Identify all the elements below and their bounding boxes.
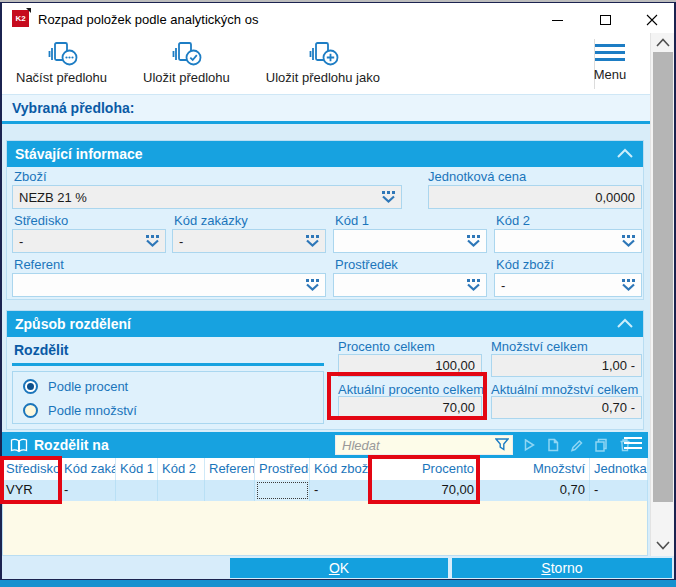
save-template-button[interactable]: Uložit předlohu xyxy=(137,38,236,87)
col-kod-zakazky[interactable]: Kód zakázky xyxy=(60,458,116,480)
selected-template-label: Vybraná předloha: xyxy=(12,100,134,116)
zbozi-field[interactable]: NEZB 21 % xyxy=(12,185,402,209)
empty-grid-area xyxy=(2,501,648,556)
dropdown-icon[interactable] xyxy=(306,235,319,247)
k2-logo-text: K2 xyxy=(15,14,25,23)
rozdelit-label: Rozdělit xyxy=(14,342,68,358)
template-load-icon xyxy=(45,40,79,67)
col-kod1[interactable]: Kód 1 xyxy=(116,458,158,480)
cell-prostredek-focused[interactable] xyxy=(255,480,310,501)
grid-actions xyxy=(522,438,632,452)
current-info-title: Stávající informace xyxy=(15,146,143,162)
collapse-chevron-icon[interactable] xyxy=(617,148,633,158)
table-row[interactable]: VYR - - 70,00 0,70 - xyxy=(2,480,648,501)
radio-unselected-icon xyxy=(23,403,38,418)
dropdown-icon[interactable] xyxy=(622,235,635,247)
aktualni-procento-label: Aktuální procento celkem xyxy=(338,382,484,397)
dropdown-icon[interactable] xyxy=(467,235,480,247)
rozdelit-underline xyxy=(12,363,324,366)
vertical-scrollbar[interactable] xyxy=(650,33,674,556)
col-kod2[interactable]: Kód 2 xyxy=(158,458,205,480)
kod-zbozi-field[interactable]: - xyxy=(494,273,642,297)
cell-procento[interactable]: 70,00 xyxy=(371,480,479,501)
prostredek-field[interactable] xyxy=(333,273,487,297)
collapse-chevron-icon[interactable] xyxy=(617,318,633,328)
dropdown-icon[interactable] xyxy=(382,191,395,203)
copy-icon[interactable] xyxy=(594,438,608,452)
aktualni-mnozstvi-label: Aktuální množství celkem xyxy=(491,382,638,397)
current-info-header: Stávající informace xyxy=(7,141,643,167)
storno-button[interactable]: Storno xyxy=(452,558,672,578)
save-template-as-button[interactable]: Uložit předlohu jako xyxy=(260,38,386,87)
save-template-label: Uložit předlohu xyxy=(143,70,230,85)
dropdown-icon[interactable] xyxy=(622,279,635,291)
radio-podle-mnozstvi-label: Podle množství xyxy=(48,403,137,418)
kod1-field[interactable] xyxy=(333,229,487,253)
load-template-button[interactable]: Načíst předlohu xyxy=(10,38,113,87)
titlebar: K2 Rozpad položek podle analytických os xyxy=(2,3,674,33)
cell-mnozstvi[interactable]: 0,70 xyxy=(479,480,590,501)
template-save-as-icon xyxy=(306,40,340,67)
col-prostredek[interactable]: Prostředek xyxy=(255,458,310,480)
run-icon[interactable] xyxy=(522,438,536,452)
kod2-field[interactable] xyxy=(494,229,642,253)
maximize-button[interactable] xyxy=(585,9,625,31)
jednotkova-cena-field[interactable]: 0,0000 xyxy=(428,185,642,209)
edit-pencil-icon[interactable] xyxy=(570,438,584,452)
cell-stredisko[interactable]: VYR xyxy=(2,480,60,501)
col-kod-zbozi[interactable]: Kód zboží xyxy=(310,458,371,480)
col-jednotka[interactable]: Jednotka xyxy=(590,458,648,480)
dropdown-icon[interactable] xyxy=(306,279,319,291)
cell-kod1[interactable] xyxy=(116,480,158,501)
split-grid-title: Rozdělit na xyxy=(34,437,109,453)
zbozi-label: Zboží xyxy=(14,169,47,184)
hamburger-menu-icon xyxy=(595,40,625,61)
col-referent[interactable]: Referent xyxy=(205,458,255,480)
aktualni-mnozstvi-field: 0,70 - xyxy=(491,396,642,419)
scrollbar-thumb[interactable] xyxy=(653,52,673,502)
cell-kod-zakazky[interactable]: - xyxy=(60,480,116,501)
search-box xyxy=(335,435,513,455)
kod-zakazky-field[interactable]: - xyxy=(172,229,326,253)
referent-field[interactable] xyxy=(12,273,326,297)
split-grid-header: Rozdělit na xyxy=(2,432,648,458)
stredisko-field[interactable]: - xyxy=(12,229,166,253)
filter-funnel-icon[interactable] xyxy=(495,438,509,451)
scroll-down-icon[interactable] xyxy=(656,541,670,550)
radio-podle-mnozstvi[interactable]: Podle množství xyxy=(23,403,137,418)
kod-zbozi-label: Kód zboží xyxy=(496,257,554,272)
book-icon xyxy=(10,438,28,453)
toolbar: Načíst předlohu Uložit předlohu xyxy=(2,33,650,95)
dropdown-icon[interactable] xyxy=(146,235,159,247)
dropdown-icon[interactable] xyxy=(467,279,480,291)
cell-jednotka[interactable]: - xyxy=(590,480,648,501)
kod2-label: Kód 2 xyxy=(496,213,530,228)
template-save-icon xyxy=(169,40,203,67)
footer-bar: OK Storno xyxy=(2,556,674,579)
col-stredisko[interactable]: Středisko xyxy=(2,458,60,480)
minimize-button[interactable] xyxy=(537,9,577,31)
cell-referent[interactable] xyxy=(205,480,255,501)
procento-celkem-field: 100,00 xyxy=(338,354,482,377)
ok-button[interactable]: OK xyxy=(230,558,448,578)
radio-selected-icon xyxy=(23,379,38,394)
cell-kod-zbozi[interactable]: - xyxy=(310,480,371,501)
menu-button[interactable]: Menu xyxy=(584,40,636,82)
new-record-icon[interactable] xyxy=(546,438,560,452)
background-app-strip xyxy=(0,580,676,587)
col-mnozstvi[interactable]: Množství xyxy=(479,458,590,480)
grid-menu-icon[interactable] xyxy=(624,437,642,449)
col-procento[interactable]: Procento xyxy=(371,458,479,480)
search-input[interactable] xyxy=(335,435,513,455)
kod1-label: Kód 1 xyxy=(335,213,369,228)
radio-podle-procent[interactable]: Podle procent xyxy=(23,379,128,394)
radio-podle-procent-label: Podle procent xyxy=(48,379,128,394)
current-info-panel: Stávající informace Zboží NEZB 21 % Jedn… xyxy=(6,140,644,300)
close-icon xyxy=(646,14,658,26)
close-button[interactable] xyxy=(632,9,672,31)
table-header-row: Středisko Kód zakázky Kód 1 Kód 2 Refere… xyxy=(2,458,648,480)
cell-kod2[interactable] xyxy=(158,480,205,501)
scroll-up-icon[interactable] xyxy=(656,38,670,47)
minimize-icon xyxy=(552,20,563,21)
menu-label: Menu xyxy=(594,67,627,82)
